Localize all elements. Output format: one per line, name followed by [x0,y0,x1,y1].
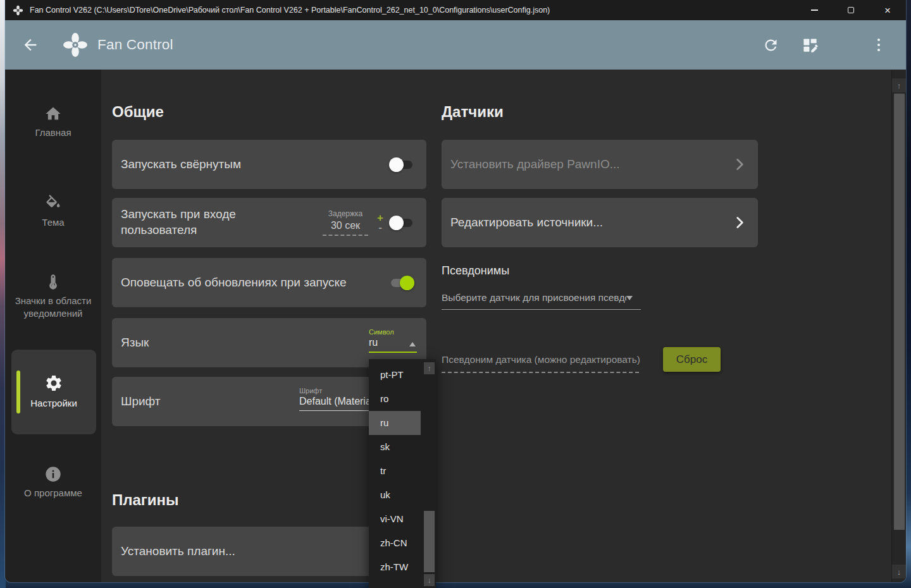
scrollbar-thumb[interactable] [894,94,905,530]
sidebar-item-label: О программе [5,487,101,499]
start-minimized-toggle[interactable] [391,161,412,169]
app-header: Fan Control [5,20,906,70]
maximize-button[interactable] [833,0,869,20]
dropdown-scroll-up-button[interactable]: ↑ [424,362,435,374]
section-heading-sensors: Датчики [442,103,758,121]
start-with-user-toggle[interactable] [391,219,412,227]
setting-row-start-with-user: Запускать при входе пользователя Задержк… [112,198,426,247]
setting-label: Оповещать об обновлениях при запуске [112,275,347,291]
window-scrollbar[interactable]: ↑ ↓ [891,70,906,582]
sidebar-item-settings[interactable]: Настройки [11,350,96,434]
info-icon [5,465,101,483]
arrow-down-icon: ↓ [897,567,902,577]
install-plugin-label: Установить плагин... [112,544,235,560]
fan-control-window: Fan Control V262 (C:\Users\DTore\OneDriv… [5,0,906,582]
thermometer-icon [5,273,101,291]
dashboard-edit-icon [802,37,819,54]
dropdown-scrollbar-thumb[interactable] [424,511,435,572]
fan-icon [13,5,23,16]
minimize-button[interactable] [796,0,833,20]
sidebar-item-home[interactable]: Главная [5,105,101,139]
sidebar-item-label: Главная [5,126,101,139]
alias-input[interactable]: Псевдоним датчика (можно редактировать) [442,354,639,373]
scroll-down-button[interactable]: ↓ [892,565,906,579]
refresh-button[interactable] [762,36,779,54]
install-driver-label: Установить драйвер PawnIO... [442,157,620,173]
setting-label: Запускать при входе пользователя [112,207,302,238]
reset-alias-button[interactable]: Сброс [663,347,721,372]
chevron-right-icon [731,156,748,173]
toggle-knob [389,216,404,230]
caret-up-icon [409,342,416,346]
update-notify-toggle[interactable] [391,279,412,287]
delay-label: Задержка [328,209,363,218]
caret-down-icon [626,296,633,300]
install-driver-row[interactable]: Установить драйвер PawnIO... [442,140,758,189]
close-icon: × [884,5,891,16]
paint-bucket-icon [5,195,101,212]
app-body: Главная Тема Значки в области уведомлени… [5,70,906,582]
titlebar: Fan Control V262 (C:\Users\DTore\OneDriv… [5,0,906,20]
setting-row-start-minimized: Запускать свёрнутым [112,140,426,189]
section-heading-plugins: Плагины [112,491,179,509]
maximize-icon [848,7,854,13]
delay-stepper: + - [375,213,386,232]
dropdown-option-selected[interactable]: ru [369,411,421,435]
minimize-icon [811,9,818,11]
sensor-select-placeholder: Выберите датчик для присвоения псевдоним… [442,292,626,303]
fan-logo-icon [62,32,89,58]
decrease-delay-button[interactable]: - [375,223,386,232]
gear-icon [11,374,96,393]
delay-value: 30 сек [328,220,363,235]
setting-row-update-notify: Оповещать об обновлениях при запуске [112,258,426,307]
sidebar: Главная Тема Значки в области уведомлени… [5,70,101,582]
sensor-select[interactable]: Выберите датчик для присвоения псевдоним… [442,292,641,310]
window-title: Fan Control V262 (C:\Users\DTore\OneDriv… [30,6,550,15]
home-icon [5,105,101,123]
aliases-heading: Псевдонимы [442,264,509,278]
delay-underline [323,235,368,236]
sidebar-item-tray-icons[interactable]: Значки в области уведомлений [5,273,101,320]
sidebar-item-label: Настройки [11,398,96,408]
toggle-knob [400,276,414,290]
active-indicator [16,371,20,413]
language-select[interactable]: Символ ru [369,328,417,353]
dropdown-scroll-down-button[interactable]: ↓ [424,574,435,586]
toggle-knob [389,157,404,172]
edit-sources-row[interactable]: Редактировать источники... [442,198,758,247]
alias-placeholder: Псевдоним датчика (можно редактировать) [442,354,640,365]
arrow-down-icon: ↓ [428,576,431,585]
sidebar-item-label: Тема [5,216,101,229]
edit-dashboard-button[interactable] [801,36,819,54]
settings-content: Общие Запускать свёрнутым Запускать при … [101,70,891,582]
delay-control: Задержка 30 сек + - [323,209,391,236]
section-heading-general: Общие [112,103,164,121]
arrow-up-icon: ↑ [428,364,431,373]
refresh-icon [762,37,779,54]
language-dropdown: pt-PT ro ru sk tr uk vi-VN zh-CN zh-TW ↑… [369,359,436,588]
overflow-menu-button[interactable] [874,36,892,54]
close-button[interactable]: × [869,0,906,20]
setting-label: Запускать свёрнутым [112,157,241,173]
sidebar-item-theme[interactable]: Тема [5,195,101,229]
chevron-right-icon [731,214,748,231]
setting-label: Язык [112,335,149,351]
back-button[interactable] [22,35,40,54]
scroll-up-button[interactable]: ↑ [892,78,906,92]
sidebar-item-label: Значки в области уведомлений [5,295,101,320]
back-arrow-icon [22,36,39,54]
sidebar-item-about[interactable]: О программе [5,465,101,499]
select-label: Символ [369,328,417,336]
edit-sources-label: Редактировать источники... [442,215,603,231]
arrow-up-icon: ↑ [897,81,902,90]
dropdown-scrollbar[interactable]: ↑ ↓ [423,359,436,588]
delay-field[interactable]: Задержка 30 сек [323,209,368,236]
window-controls: × [796,0,906,20]
setting-label: Шрифт [112,394,161,410]
app-title: Fan Control [97,37,173,53]
kebab-menu-icon [877,39,889,52]
